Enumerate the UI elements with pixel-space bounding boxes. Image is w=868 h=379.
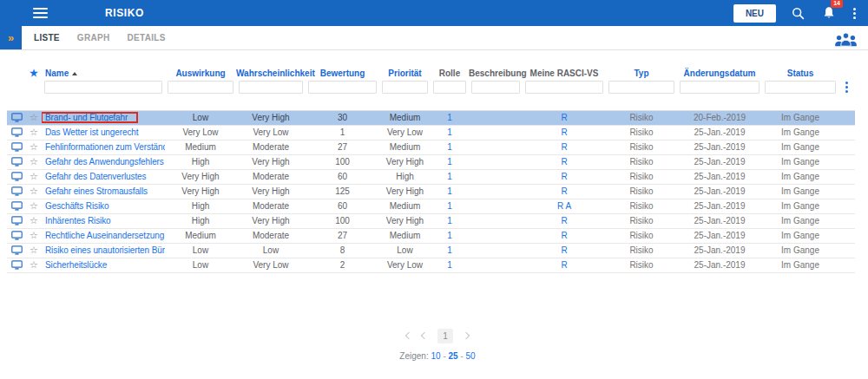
- risk-name-link[interactable]: Fehlinformationen zum Verständnis v...: [45, 142, 165, 152]
- rolle-cell[interactable]: 1: [431, 258, 469, 272]
- rasci-cell[interactable]: R: [523, 140, 606, 154]
- filter-input-aenderungsdatum[interactable]: [680, 81, 760, 94]
- filter-input-rasci[interactable]: [525, 81, 603, 94]
- star-icon[interactable]: ☆: [30, 245, 38, 255]
- screen-icon[interactable]: [11, 127, 23, 137]
- rolle-cell[interactable]: 1: [431, 243, 469, 258]
- rolle-cell[interactable]: 1: [431, 154, 469, 169]
- table-row[interactable]: ☆ Rechtliche Auseinandersetzung mit K...…: [7, 228, 855, 243]
- team-icon[interactable]: [834, 31, 858, 52]
- first-page-icon[interactable]: [405, 332, 412, 339]
- risk-name-link[interactable]: Sicherheitslücke: [45, 260, 107, 270]
- risk-name-link[interactable]: Rechtliche Auseinandersetzung mit K...: [45, 231, 165, 240]
- rasci-cell[interactable]: R: [523, 110, 606, 125]
- filter-input-bewertung[interactable]: [308, 81, 377, 94]
- star-icon[interactable]: ☆: [30, 127, 38, 137]
- column-header-name[interactable]: Name: [42, 65, 165, 81]
- screen-icon[interactable]: [11, 231, 23, 240]
- screen-icon[interactable]: [11, 201, 23, 211]
- next-page-icon[interactable]: [463, 332, 470, 339]
- star-icon[interactable]: ☆: [30, 141, 38, 152]
- column-options-icon[interactable]: [838, 81, 855, 93]
- current-page-button[interactable]: 1: [437, 329, 453, 343]
- overflow-menu-icon[interactable]: [853, 8, 856, 19]
- rolle-cell[interactable]: 1: [431, 213, 469, 228]
- star-icon[interactable]: ☆: [30, 186, 38, 196]
- filter-input-auswirkung[interactable]: [168, 81, 233, 94]
- screen-icon[interactable]: [11, 157, 23, 167]
- rolle-cell[interactable]: 1: [431, 199, 469, 213]
- favorite-header-icon[interactable]: ★: [30, 68, 38, 78]
- filter-input-name[interactable]: [44, 81, 162, 94]
- table-row[interactable]: ☆ Sicherheitslücke Low Very Low 2 Very L…: [7, 258, 855, 272]
- rasci-cell[interactable]: R: [523, 184, 606, 199]
- screen-icon[interactable]: [11, 142, 23, 152]
- table-row[interactable]: ☆ Fehlinformationen zum Verständnis v...…: [7, 140, 855, 154]
- previous-page-icon[interactable]: [421, 332, 428, 339]
- rasci-cell[interactable]: R: [523, 213, 606, 228]
- column-header-auswirkung[interactable]: Auswirkung: [165, 65, 236, 81]
- column-header-typ[interactable]: Typ: [606, 65, 677, 81]
- column-header-aenderungsdatum[interactable]: Änderungsdatum: [677, 65, 762, 81]
- star-icon[interactable]: ☆: [30, 230, 38, 240]
- screen-icon[interactable]: [11, 216, 23, 225]
- risk-name-link[interactable]: Risiko eines unautorisierten Büros: [45, 245, 165, 255]
- risk-name-link[interactable]: Gefahr des Datenverlustes: [45, 172, 146, 181]
- table-row[interactable]: ☆ Gefahr des Datenverlustes Very High Mo…: [7, 169, 855, 184]
- star-icon[interactable]: ☆: [30, 215, 38, 225]
- table-row[interactable]: ☆ Geschäfts Risiko High Moderate 60 Medi…: [7, 199, 855, 213]
- screen-icon[interactable]: [11, 172, 23, 181]
- table-row[interactable]: ☆ Gefahr eines Stromausfalls Very High V…: [7, 184, 855, 199]
- rolle-cell[interactable]: 1: [431, 110, 469, 125]
- notifications-icon[interactable]: 14: [823, 6, 835, 20]
- star-icon[interactable]: ☆: [30, 156, 38, 167]
- screen-icon[interactable]: [11, 186, 23, 196]
- tab-details[interactable]: DETAILS: [118, 26, 174, 50]
- filter-input-typ[interactable]: [608, 81, 674, 94]
- risk-name-link[interactable]: Gefahr eines Stromausfalls: [45, 186, 148, 196]
- rolle-cell[interactable]: 1: [431, 140, 469, 154]
- rolle-cell[interactable]: 1: [431, 125, 469, 140]
- table-row[interactable]: ☆ Das Wetter ist ungerecht Very Low Very…: [7, 125, 855, 140]
- rolle-cell[interactable]: 1: [431, 169, 469, 184]
- rasci-cell[interactable]: R: [523, 169, 606, 184]
- column-header-prioritaet[interactable]: Priorität: [379, 65, 431, 81]
- filter-input-rolle[interactable]: [433, 81, 466, 94]
- rasci-cell[interactable]: R A: [523, 199, 606, 213]
- screen-icon[interactable]: [11, 245, 23, 255]
- star-icon[interactable]: ☆: [30, 112, 38, 122]
- rasci-cell[interactable]: R: [523, 243, 606, 258]
- expand-panel-icon[interactable]: »: [0, 26, 22, 49]
- column-header-status[interactable]: Status: [762, 65, 838, 81]
- menu-icon[interactable]: [33, 5, 48, 21]
- rasci-cell[interactable]: R: [523, 154, 606, 169]
- risk-name-link[interactable]: Das Wetter ist ungerecht: [45, 127, 138, 137]
- new-button[interactable]: NEU: [733, 4, 776, 23]
- tab-graph[interactable]: GRAPH: [69, 26, 119, 50]
- search-icon[interactable]: [792, 7, 805, 20]
- rasci-cell[interactable]: R: [523, 125, 606, 140]
- rolle-cell[interactable]: 1: [431, 184, 469, 199]
- tab-liste[interactable]: LISTE: [25, 26, 69, 50]
- page-size-10[interactable]: 10: [431, 351, 440, 361]
- screen-icon[interactable]: [11, 260, 23, 270]
- filter-input-status[interactable]: [765, 81, 836, 94]
- column-header-bewertung[interactable]: Bewertung: [306, 65, 379, 81]
- table-row[interactable]: ☆ Gefahr des Anwendungsfehlers High Very…: [7, 154, 855, 169]
- table-row[interactable]: ☆ Risiko eines unautorisierten Büros Low…: [7, 243, 855, 258]
- filter-input-wahrscheinlichkeit[interactable]: [239, 81, 303, 94]
- star-icon[interactable]: ☆: [30, 171, 38, 181]
- filter-input-beschreibung[interactable]: [471, 81, 520, 94]
- table-row[interactable]: ☆ Brand- und Flutgefahr Low Very High 30…: [7, 110, 855, 125]
- table-row[interactable]: ☆ Inhärentes Risiko High Very High 100 V…: [7, 213, 855, 228]
- filter-input-prioritaet[interactable]: [382, 81, 428, 94]
- rasci-cell[interactable]: R: [523, 228, 606, 243]
- page-size-50[interactable]: 50: [466, 351, 476, 361]
- star-icon[interactable]: ☆: [30, 200, 38, 211]
- rolle-cell[interactable]: 1: [431, 228, 469, 243]
- rasci-cell[interactable]: R: [523, 258, 606, 272]
- risk-name-link[interactable]: Gefahr des Anwendungsfehlers: [45, 157, 164, 167]
- page-size-25[interactable]: 25: [449, 351, 458, 361]
- star-icon[interactable]: ☆: [30, 259, 38, 270]
- risk-name-link[interactable]: Geschäfts Risiko: [45, 201, 108, 211]
